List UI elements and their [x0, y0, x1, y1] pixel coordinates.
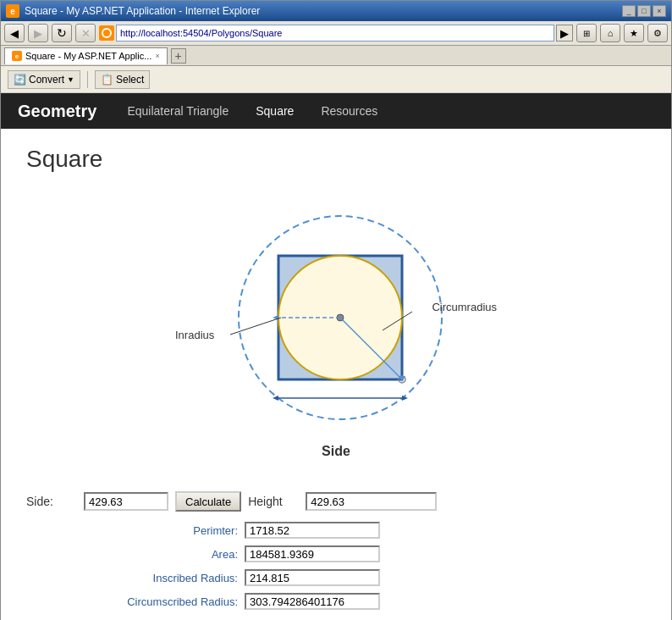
convert-label: Convert [29, 74, 64, 86]
calculate-btn[interactable]: Calculate [175, 491, 241, 512]
address-input[interactable] [116, 25, 554, 42]
minimize-btn[interactable]: _ [622, 5, 636, 17]
new-tab-btn[interactable]: + [171, 48, 186, 64]
combined-row: Side: Calculate Height [26, 491, 646, 517]
tab-icon: e [12, 51, 22, 61]
active-tab[interactable]: e Square - My ASP.NET Applic... × [4, 47, 168, 64]
height-input[interactable] [306, 492, 437, 511]
side-input[interactable] [84, 492, 168, 511]
nav-resources[interactable]: Resources [307, 93, 391, 129]
inscribed-label: Inscribed Radius: [102, 572, 238, 584]
browser-window: e Square - My ASP.NET Application - Inte… [0, 0, 672, 620]
window-title: Square - My ASP.NET Application - Intern… [25, 5, 260, 17]
favorites-btn[interactable]: ★ [624, 24, 644, 42]
toolbar: 🔄 Convert ▼ 📋 Select [1, 66, 671, 93]
forward-btn[interactable]: ▶ [28, 24, 48, 42]
results-side: Perimter: Area: Inscribed Radius: Circum… [102, 522, 646, 613]
perimeter-row: Perimter: [102, 522, 646, 539]
side-input-row: Side: Calculate Height [26, 491, 437, 512]
home-btn[interactable]: ⌂ [600, 24, 620, 42]
convert-dropdown-icon: ▼ [67, 75, 74, 84]
title-controls: _ □ × [622, 5, 666, 17]
nav-extras: ⌂ ★ ⚙ [600, 24, 668, 42]
nav-brand[interactable]: Geometry [1, 93, 113, 129]
address-go-btn[interactable]: ▶ [556, 25, 573, 42]
inscribed-row: Inscribed Radius: [102, 569, 646, 586]
close-btn[interactable]: × [653, 5, 666, 17]
side-label-text: Side: [26, 495, 77, 508]
perimeter-value[interactable] [245, 522, 380, 539]
refresh-btn[interactable]: ↻ [52, 24, 72, 42]
compatibility-btn[interactable]: ⊞ [576, 24, 597, 42]
svg-line-12 [230, 318, 281, 335]
diagram-area: Inradius Circumradius Side [150, 186, 522, 474]
inradius-label: Inradius [175, 329, 214, 341]
address-icon-inner [102, 28, 112, 38]
stop-btn[interactable]: ✕ [75, 24, 96, 42]
tools-btn[interactable]: ⚙ [647, 24, 668, 42]
circumscribed-label: Circumscribed Radius: [102, 595, 238, 608]
site-nav: Geometry Equilateral Triangle Square Res… [1, 93, 671, 129]
browser-icon: e [6, 4, 19, 18]
svg-marker-10 [273, 396, 278, 401]
title-bar: e Square - My ASP.NET Application - Inte… [1, 1, 671, 21]
circumscribed-row: Circumscribed Radius: [102, 593, 646, 610]
select-label: Select [116, 74, 144, 86]
tab-close-btn[interactable]: × [155, 52, 159, 60]
address-bar: ▶ ⊞ [99, 24, 597, 42]
circumscribed-value[interactable] [245, 593, 380, 610]
tab-title: Square - My ASP.NET Applic... [25, 51, 151, 61]
toolbar-separator [87, 71, 88, 88]
area-label: Area: [102, 548, 238, 561]
tab-bar: e Square - My ASP.NET Applic... × + [1, 46, 671, 66]
page-title: Square [26, 146, 646, 173]
select-btn[interactable]: 📋 Select [95, 70, 150, 89]
nav-equilateral[interactable]: Equilateral Triangle [113, 93, 242, 129]
address-icon [99, 25, 114, 41]
nav-links: Equilateral Triangle Square Resources [113, 93, 391, 129]
convert-icon: 🔄 [14, 74, 26, 86]
convert-btn[interactable]: 🔄 Convert ▼ [8, 70, 80, 89]
calc-section: Side: Calculate Height Perimter: Area: [26, 491, 646, 613]
select-icon: 📋 [101, 74, 113, 86]
maximize-btn[interactable]: □ [637, 5, 651, 17]
inscribed-value[interactable] [245, 569, 380, 586]
perimeter-label: Perimter: [102, 524, 238, 537]
side-label: Side [322, 444, 350, 459]
area-value[interactable] [245, 545, 380, 562]
nav-square[interactable]: Square [242, 93, 307, 129]
area-row: Area: [102, 545, 646, 562]
input-side: Side: Calculate Height [26, 491, 437, 517]
nav-bar: ◀ ▶ ↻ ✕ ▶ ⊞ ⌂ ★ ⚙ [1, 21, 671, 46]
circumradius-label: Circumradius [432, 301, 497, 313]
title-bar-left: e Square - My ASP.NET Application - Inte… [6, 4, 260, 18]
height-label: Height [248, 495, 299, 508]
main-content: Square [1, 129, 671, 620]
back-btn[interactable]: ◀ [4, 24, 25, 42]
